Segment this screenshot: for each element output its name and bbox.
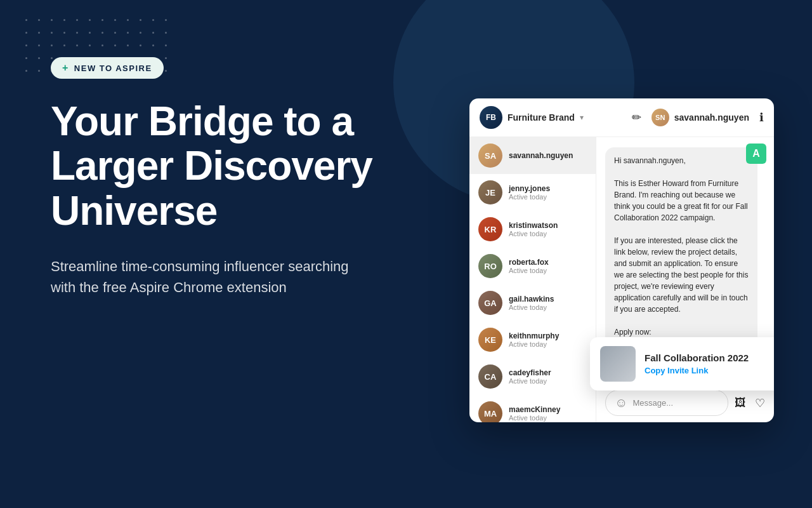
copy-invite-link-button[interactable]: Copy Invite Link (645, 366, 749, 375)
campaign-info: Fall Collaboration 2022 Copy Invite Link (645, 352, 749, 375)
sidebar-status: Active today (509, 304, 554, 311)
sidebar-user-info: cadeyfisherActive today (509, 368, 551, 385)
sidebar-username: keithnmurphy (509, 331, 559, 340)
dot (127, 44, 129, 46)
sidebar-status: Active today (509, 193, 550, 201)
dot (114, 19, 116, 21)
sidebar-user-info: gail.hawkinsActive today (509, 295, 554, 311)
dot (127, 19, 129, 21)
dot (140, 32, 141, 34)
sidebar-username: gail.hawkins (509, 295, 554, 304)
message-placeholder: Message... (632, 398, 673, 408)
message-body-2: If you are interested, please click the … (614, 236, 748, 314)
sidebar-username: roberta.fox (509, 258, 549, 267)
sidebar-avatar: GA (478, 291, 502, 315)
info-icon[interactable]: ℹ (759, 110, 764, 124)
recipient-avatar: SN (652, 109, 669, 126)
brand-name: Furniture Brand (508, 112, 575, 123)
campaign-title: Fall Collaboration 2022 (645, 352, 749, 363)
dot (165, 32, 167, 34)
new-to-aspire-badge[interactable]: + NEW TO ASPIRE (51, 57, 164, 79)
plus-icon: + (62, 62, 69, 74)
dot (89, 32, 91, 34)
aspire-extension-badge: A (746, 144, 766, 164)
dot (38, 70, 40, 72)
sidebar-username: jenny.jones (509, 184, 550, 193)
footer-icons: 🖼 ♡ (735, 396, 765, 410)
image-icon[interactable]: 🖼 (735, 396, 746, 410)
sidebar-avatar: MA (478, 401, 502, 422)
compose-icon[interactable]: ✏ (632, 110, 641, 124)
sidebar-item[interactable]: JEjenny.jonesActive today (469, 174, 596, 211)
dot (25, 70, 27, 72)
recipient-name: savannah.nguyen (674, 112, 749, 123)
message-input[interactable]: ☺ Message... (605, 390, 728, 416)
dot (76, 32, 78, 34)
dot (102, 44, 103, 46)
sidebar-user-info: keithnmurphyActive today (509, 331, 559, 348)
dot (63, 19, 65, 21)
dot (38, 57, 40, 59)
sidebar-status: Active today (509, 377, 551, 385)
dot (76, 44, 78, 46)
dm-chat: A Hi savannah.nguyen, This is Esther How… (596, 137, 774, 422)
dot (89, 19, 91, 21)
dot (127, 32, 129, 34)
sidebar-item[interactable]: GAgail.hawkinsActive today (469, 284, 596, 321)
sidebar-item[interactable]: KRkristinwatsonActive today (469, 211, 596, 248)
dot (25, 32, 27, 34)
dot (102, 19, 103, 21)
dm-recipient: SN savannah.nguyen (652, 109, 749, 126)
heart-icon[interactable]: ♡ (755, 396, 765, 410)
message-greeting: Hi savannah.nguyen, (614, 156, 686, 165)
header-left: FB Furniture Brand ▾ (480, 106, 584, 129)
dot (140, 44, 141, 46)
sidebar-avatar: CA (478, 364, 502, 389)
dot (114, 32, 116, 34)
sidebar-avatar: KR (478, 217, 502, 241)
campaign-thumbnail (600, 346, 636, 382)
dot (25, 57, 27, 59)
brand-avatar: FB (480, 106, 502, 129)
emoji-icon[interactable]: ☺ (615, 396, 627, 410)
sidebar-item[interactable]: CAcadeyfisherActive today (469, 358, 596, 395)
sidebar-item[interactable]: SAsavannah.nguyen (469, 137, 596, 174)
campaign-card: Fall Collaboration 2022 Copy Invite Link (596, 337, 774, 383)
sidebar-username: cadeyfisher (509, 368, 551, 377)
sidebar-username: savannah.nguyen (509, 151, 573, 160)
message-bubble: Hi savannah.nguyen, This is Esther Howar… (605, 147, 757, 357)
chevron-down-icon[interactable]: ▾ (580, 113, 584, 122)
dot (25, 44, 27, 46)
dot (102, 32, 103, 34)
dot (51, 44, 53, 46)
header-right: ✏ SN savannah.nguyen ℹ (632, 109, 764, 126)
dot (51, 19, 53, 21)
sidebar-item[interactable]: ROroberta.foxActive today (469, 248, 596, 284)
thumbnail-image (600, 346, 636, 382)
chat-messages: Hi savannah.nguyen, This is Esther Howar… (596, 137, 774, 383)
sidebar-status: Active today (509, 340, 559, 348)
sidebar-item[interactable]: KEkeithnmurphyActive today (469, 321, 596, 358)
dot (152, 32, 154, 34)
sidebar-user-info: roberta.foxActive today (509, 258, 549, 274)
left-content: + NEW TO ASPIRE Your Bridge to a Larger … (51, 57, 419, 298)
message-body-1: This is Esther Howard from Furniture Bra… (614, 179, 748, 222)
dot (63, 44, 65, 46)
sidebar-username: kristinwatson (509, 221, 558, 230)
sidebar-avatar: KE (478, 328, 502, 352)
dot (165, 44, 167, 46)
dm-body: SAsavannah.nguyenJEjenny.jonesActive tod… (469, 137, 774, 422)
dot (63, 32, 65, 34)
message-apply-label: Apply now: (614, 328, 652, 337)
badge-label: NEW TO ASPIRE (74, 64, 152, 73)
sidebar-user-info: jenny.jonesActive today (509, 184, 550, 201)
main-headline: Your Bridge to a Larger Discovery Univer… (51, 99, 419, 233)
dot (76, 19, 78, 21)
sidebar-avatar: RO (478, 254, 502, 278)
dot (38, 19, 40, 21)
sidebar-avatar: SA (478, 144, 502, 168)
dot (114, 44, 116, 46)
sidebar-user-info: maemcKinneyActive today (509, 405, 560, 422)
sidebar-item[interactable]: MAmaemcKinneyActive today (469, 395, 596, 422)
sidebar-avatar: JE (478, 180, 502, 204)
